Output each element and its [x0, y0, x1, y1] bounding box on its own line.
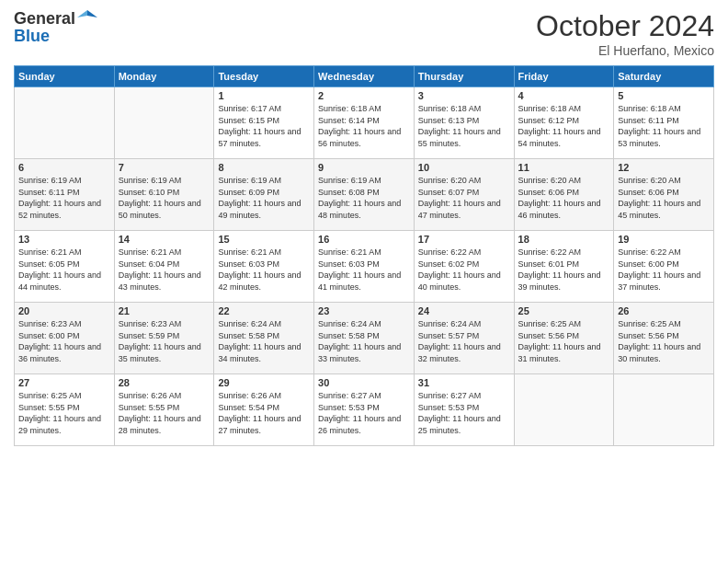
col-sunday: Sunday	[15, 66, 115, 87]
calendar-cell: 18Sunrise: 6:22 AMSunset: 6:01 PMDayligh…	[514, 231, 614, 303]
svg-marker-1	[77, 10, 87, 17]
calendar-week-row: 27Sunrise: 6:25 AMSunset: 5:55 PMDayligh…	[15, 374, 714, 446]
cell-details: Sunrise: 6:26 AMSunset: 5:55 PMDaylight:…	[119, 390, 210, 436]
calendar-cell: 23Sunrise: 6:24 AMSunset: 5:58 PMDayligh…	[314, 303, 415, 374]
calendar-cell: 25Sunrise: 6:25 AMSunset: 5:56 PMDayligh…	[514, 303, 614, 374]
day-number: 29	[218, 377, 310, 388]
day-number: 3	[418, 90, 510, 101]
cell-details: Sunrise: 6:19 AMSunset: 6:10 PMDaylight:…	[119, 175, 210, 221]
calendar-cell	[114, 87, 214, 159]
calendar-cell: 5Sunrise: 6:18 AMSunset: 6:11 PMDaylight…	[614, 87, 714, 159]
day-number: 12	[618, 162, 710, 173]
col-thursday: Thursday	[414, 66, 514, 87]
cell-details: Sunrise: 6:18 AMSunset: 6:14 PMDaylight:…	[318, 103, 410, 149]
day-number: 21	[119, 305, 210, 316]
calendar-cell: 14Sunrise: 6:21 AMSunset: 6:04 PMDayligh…	[114, 231, 214, 303]
day-number: 6	[18, 162, 110, 173]
header: General Blue October 2024 El Huerfano, M…	[14, 9, 714, 58]
calendar-cell: 22Sunrise: 6:24 AMSunset: 5:58 PMDayligh…	[214, 303, 314, 374]
day-number: 26	[618, 305, 710, 316]
day-number: 2	[318, 90, 410, 101]
calendar-cell: 7Sunrise: 6:19 AMSunset: 6:10 PMDaylight…	[114, 159, 214, 231]
day-number: 22	[218, 305, 310, 316]
day-number: 30	[318, 377, 410, 388]
calendar-week-row: 13Sunrise: 6:21 AMSunset: 6:05 PMDayligh…	[15, 231, 714, 303]
calendar-cell: 6Sunrise: 6:19 AMSunset: 6:11 PMDaylight…	[15, 159, 115, 231]
calendar-cell: 31Sunrise: 6:27 AMSunset: 5:53 PMDayligh…	[414, 374, 514, 446]
cell-details: Sunrise: 6:21 AMSunset: 6:03 PMDaylight:…	[318, 247, 410, 293]
cell-details: Sunrise: 6:22 AMSunset: 6:01 PMDaylight:…	[518, 247, 610, 293]
cell-details: Sunrise: 6:18 AMSunset: 6:11 PMDaylight:…	[618, 103, 710, 149]
cell-details: Sunrise: 6:19 AMSunset: 6:11 PMDaylight:…	[18, 175, 110, 221]
day-number: 8	[218, 162, 310, 173]
day-number: 5	[618, 90, 710, 101]
day-number: 19	[618, 234, 710, 245]
col-saturday: Saturday	[614, 66, 714, 87]
calendar-cell: 13Sunrise: 6:21 AMSunset: 6:05 PMDayligh…	[15, 231, 115, 303]
day-number: 27	[18, 377, 110, 388]
logo: General Blue	[14, 9, 97, 46]
month-title: October 2024	[536, 9, 714, 43]
day-number: 23	[318, 305, 410, 316]
cell-details: Sunrise: 6:22 AMSunset: 6:00 PMDaylight:…	[618, 247, 710, 293]
calendar-cell: 12Sunrise: 6:20 AMSunset: 6:06 PMDayligh…	[614, 159, 714, 231]
calendar-cell: 28Sunrise: 6:26 AMSunset: 5:55 PMDayligh…	[114, 374, 214, 446]
day-number: 15	[218, 234, 310, 245]
cell-details: Sunrise: 6:18 AMSunset: 6:12 PMDaylight:…	[518, 103, 610, 149]
page: General Blue October 2024 El Huerfano, M…	[0, 0, 728, 563]
calendar-cell: 24Sunrise: 6:24 AMSunset: 5:57 PMDayligh…	[414, 303, 514, 374]
day-number: 4	[518, 90, 610, 101]
day-number: 13	[18, 234, 110, 245]
logo-bird-icon	[77, 8, 97, 29]
calendar-cell: 16Sunrise: 6:21 AMSunset: 6:03 PMDayligh…	[314, 231, 415, 303]
cell-details: Sunrise: 6:23 AMSunset: 5:59 PMDaylight:…	[119, 318, 210, 364]
calendar-cell	[15, 87, 115, 159]
cell-details: Sunrise: 6:18 AMSunset: 6:13 PMDaylight:…	[418, 103, 510, 149]
location: El Huerfano, Mexico	[536, 43, 714, 58]
day-number: 20	[18, 305, 110, 316]
cell-details: Sunrise: 6:21 AMSunset: 6:05 PMDaylight:…	[18, 247, 110, 293]
logo-general: General	[14, 9, 75, 29]
title-block: October 2024 El Huerfano, Mexico	[536, 9, 714, 58]
calendar-cell: 27Sunrise: 6:25 AMSunset: 5:55 PMDayligh…	[15, 374, 115, 446]
day-number: 7	[119, 162, 210, 173]
day-number: 28	[119, 377, 210, 388]
calendar-week-row: 20Sunrise: 6:23 AMSunset: 6:00 PMDayligh…	[15, 303, 714, 374]
calendar-cell: 21Sunrise: 6:23 AMSunset: 5:59 PMDayligh…	[114, 303, 214, 374]
cell-details: Sunrise: 6:20 AMSunset: 6:06 PMDaylight:…	[518, 175, 610, 221]
day-number: 16	[318, 234, 410, 245]
cell-details: Sunrise: 6:21 AMSunset: 6:03 PMDaylight:…	[218, 247, 310, 293]
day-number: 17	[418, 234, 510, 245]
cell-details: Sunrise: 6:19 AMSunset: 6:09 PMDaylight:…	[218, 175, 310, 221]
day-number: 10	[418, 162, 510, 173]
col-monday: Monday	[114, 66, 214, 87]
cell-details: Sunrise: 6:24 AMSunset: 5:58 PMDaylight:…	[218, 318, 310, 364]
logo-blue: Blue	[14, 27, 50, 45]
day-number: 1	[218, 90, 310, 101]
day-number: 25	[518, 305, 610, 316]
calendar-cell	[614, 374, 714, 446]
cell-details: Sunrise: 6:17 AMSunset: 6:15 PMDaylight:…	[218, 103, 310, 149]
day-number: 31	[418, 377, 510, 388]
col-tuesday: Tuesday	[214, 66, 314, 87]
calendar-cell: 17Sunrise: 6:22 AMSunset: 6:02 PMDayligh…	[414, 231, 514, 303]
cell-details: Sunrise: 6:26 AMSunset: 5:54 PMDaylight:…	[218, 390, 310, 436]
calendar-cell: 19Sunrise: 6:22 AMSunset: 6:00 PMDayligh…	[614, 231, 714, 303]
cell-details: Sunrise: 6:20 AMSunset: 6:07 PMDaylight:…	[418, 175, 510, 221]
day-number: 11	[518, 162, 610, 173]
calendar-cell: 2Sunrise: 6:18 AMSunset: 6:14 PMDaylight…	[314, 87, 415, 159]
cell-details: Sunrise: 6:27 AMSunset: 5:53 PMDaylight:…	[318, 390, 410, 436]
cell-details: Sunrise: 6:20 AMSunset: 6:06 PMDaylight:…	[618, 175, 710, 221]
calendar-cell: 15Sunrise: 6:21 AMSunset: 6:03 PMDayligh…	[214, 231, 314, 303]
calendar-cell: 20Sunrise: 6:23 AMSunset: 6:00 PMDayligh…	[15, 303, 115, 374]
calendar-cell: 11Sunrise: 6:20 AMSunset: 6:06 PMDayligh…	[514, 159, 614, 231]
cell-details: Sunrise: 6:27 AMSunset: 5:53 PMDaylight:…	[418, 390, 510, 436]
calendar-cell: 10Sunrise: 6:20 AMSunset: 6:07 PMDayligh…	[414, 159, 514, 231]
cell-details: Sunrise: 6:24 AMSunset: 5:57 PMDaylight:…	[418, 318, 510, 364]
cell-details: Sunrise: 6:22 AMSunset: 6:02 PMDaylight:…	[418, 247, 510, 293]
cell-details: Sunrise: 6:25 AMSunset: 5:56 PMDaylight:…	[618, 318, 710, 364]
calendar-table: Sunday Monday Tuesday Wednesday Thursday…	[14, 65, 714, 446]
calendar-header-row: Sunday Monday Tuesday Wednesday Thursday…	[15, 66, 714, 87]
col-wednesday: Wednesday	[314, 66, 415, 87]
calendar-cell: 29Sunrise: 6:26 AMSunset: 5:54 PMDayligh…	[214, 374, 314, 446]
